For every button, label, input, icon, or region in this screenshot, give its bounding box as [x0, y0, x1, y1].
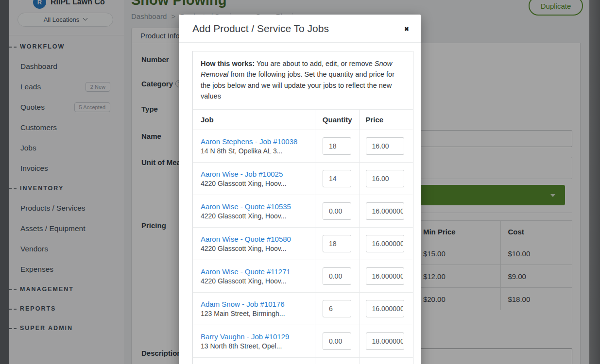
- job-link[interactable]: Aaron Wise - Job #10025: [201, 170, 311, 178]
- quantity-input[interactable]: [323, 267, 351, 285]
- quantity-column-header: Quantity: [315, 110, 360, 130]
- intro-part1: You are about to add, edit, or remove: [255, 60, 375, 67]
- price-input[interactable]: [366, 332, 404, 350]
- job-row: Aaron Wise - Quote #11271 4220 Glasscott…: [193, 260, 413, 292]
- modal-intro: How this works: You are about to add, ed…: [193, 51, 413, 109]
- job-link[interactable]: Barry Vaughn - Job #10129: [201, 332, 311, 341]
- job-address: 4220 Glasscott Xing, Hoov...: [201, 212, 311, 220]
- modal-body: How this works: You are about to add, ed…: [179, 43, 421, 364]
- modal-header: Add Product / Service To Jobs ✖: [179, 15, 421, 43]
- job-address: 123 Main Street, Birmingh...: [201, 310, 311, 317]
- price-column-header: Price: [359, 110, 413, 130]
- price-input[interactable]: [366, 170, 404, 187]
- add-product-modal: Add Product / Service To Jobs ✖ How this…: [179, 15, 421, 364]
- job-row: Aaron Stephens - Job #10038 14 N 8th St,…: [193, 130, 413, 162]
- job-row: Barry Vaughn - Job #10129 13 North 8th S…: [193, 325, 413, 357]
- job-column-header: Job: [193, 110, 315, 130]
- intro-lead: How this works:: [201, 60, 255, 67]
- quantity-input[interactable]: [323, 170, 351, 187]
- job-address: 13 North 8th Street, Opel...: [201, 342, 311, 350]
- job-address: 4220 Glasscott Xing, Hoov...: [201, 180, 311, 187]
- price-input[interactable]: [366, 267, 404, 285]
- job-link[interactable]: Adam Snow - Job #10176: [201, 300, 311, 308]
- job-row: Aaron Wise - Job #10025 4220 Glasscott X…: [193, 162, 413, 195]
- price-input[interactable]: [366, 202, 404, 220]
- modal-title: Add Product / Service To Jobs: [179, 23, 329, 34]
- price-input[interactable]: [366, 300, 404, 317]
- app-window: R RIIPL Lawn Co All Locations WORKFLOW D…: [0, 0, 600, 364]
- quantity-input[interactable]: [323, 137, 351, 155]
- job-link[interactable]: Aaron Stephens - Job #10038: [201, 137, 311, 146]
- job-row: Aaron Wise - Quote #10580 4220 Glasscott…: [193, 227, 413, 260]
- price-input[interactable]: [366, 235, 404, 252]
- price-input[interactable]: [366, 137, 404, 155]
- job-row: Aaron Wise - Quote #10535 4220 Glasscott…: [193, 195, 413, 227]
- job-address: 4220 Glasscott Xing, Hoov...: [201, 277, 311, 285]
- job-row: Adam Snow - Job #10176 123 Main Street, …: [193, 292, 413, 325]
- quantity-input[interactable]: [323, 202, 351, 220]
- quantity-input[interactable]: [323, 300, 351, 317]
- quantity-input[interactable]: [323, 332, 351, 350]
- job-address: 14 N 8th St, Opelika AL 3...: [201, 147, 311, 155]
- modal-panel: How this works: You are about to add, ed…: [192, 51, 413, 364]
- intro-part2: from the following jobs. Set the quantit…: [201, 70, 394, 100]
- jobs-table-header: Job Quantity Price: [193, 109, 413, 130]
- job-link[interactable]: Aaron Wise - Quote #10580: [201, 235, 311, 243]
- job-address: 4220 Glasscott Xing, Hoov...: [201, 245, 311, 252]
- quantity-input[interactable]: [323, 235, 351, 252]
- close-icon[interactable]: ✖: [403, 24, 410, 33]
- job-link[interactable]: Aaron Wise - Quote #10535: [201, 202, 311, 211]
- job-row: Barry Vaughn - Quote #10691 13 North 8th…: [193, 357, 413, 364]
- job-link[interactable]: Aaron Wise - Quote #11271: [201, 267, 311, 276]
